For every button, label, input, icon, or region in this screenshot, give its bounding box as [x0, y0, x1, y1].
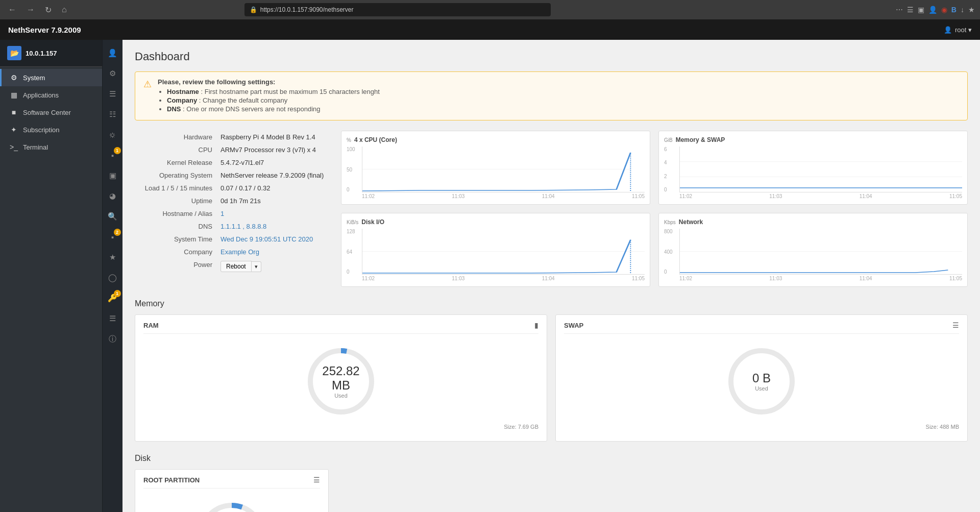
time-link[interactable]: Wed Dec 9 19:05:51 UTC 2020 — [220, 235, 313, 243]
network-chart-area — [679, 229, 962, 275]
sidebar-item-terminal[interactable]: >_ Terminal — [0, 138, 102, 156]
table-row-power: Power Reboot ▾ — [135, 258, 329, 275]
sidebar-right-icons: 👤 ⚙ ☰ ☷ ⛭ ▪ 1 ▣ ◕ 🔍 ▪ 2 ★ ◯ 🔑 1 ☰ ⓘ — [102, 40, 122, 512]
settings-icon[interactable]: ⚙ — [104, 64, 122, 83]
info-table: Hardware Raspberry Pi 4 Model B Rev 1.4 … — [135, 131, 329, 275]
disk-section-title: Disk — [135, 454, 968, 463]
load-value: 0.07 / 0.17 / 0.32 — [216, 182, 329, 194]
gear2-icon[interactable]: ⛭ — [104, 126, 122, 144]
ram-size: Size: 7.69 GB — [504, 424, 538, 430]
company-label: Company — [135, 246, 216, 258]
root-card: ROOT PARTITION ☰ 1.58 GB — [135, 469, 329, 512]
sidebar-item-subscription[interactable]: ✦ Subscription — [0, 121, 102, 138]
hardware-label: Hardware — [135, 131, 216, 143]
swap-title: SWAP — [564, 322, 583, 329]
star-icon[interactable]: ★ — [968, 6, 975, 14]
profile-icon[interactable]: 👤 — [928, 6, 937, 14]
ram-gauge: 252.82 MB Used Size: 7.69 GB — [143, 338, 538, 435]
root-icon[interactable]: ☰ — [313, 476, 320, 484]
extensions-icon[interactable]: ⋯ — [896, 6, 903, 14]
shield-icon[interactable]: ★ — [104, 248, 122, 266]
url-text: https://10.0.1.157:9090/nethserver — [260, 6, 354, 13]
network-chart-title: Network — [679, 218, 703, 226]
os-value: NethServer release 7.9.2009 (final) — [216, 169, 329, 182]
address-bar[interactable]: 🔒 https://10.0.1.157:9090/nethserver — [244, 3, 551, 16]
memory-gauge-row: RAM ▮ 252.82 MB Used — [135, 314, 968, 442]
tab-icon[interactable]: ▣ — [918, 6, 924, 14]
search-icon[interactable]: 🔍 — [104, 207, 122, 226]
back-button[interactable]: ← — [5, 3, 19, 16]
dns-value: 1.1.1.1 , 8.8.8.8 — [216, 220, 329, 233]
sidebar-item-label-terminal: Terminal — [23, 143, 48, 151]
dns-link[interactable]: 1.1.1.1 , 8.8.8.8 — [220, 223, 266, 230]
table-row-time: System Time Wed Dec 9 19:05:51 UTC 2020 — [135, 233, 329, 246]
power-label: Power — [135, 258, 216, 275]
half-circle-icon[interactable]: ◕ — [104, 187, 122, 205]
os-label: Operating System — [135, 169, 216, 182]
alert-icon: ⚠ — [143, 79, 152, 90]
sidebar-item-system[interactable]: ⚙ System — [0, 69, 102, 86]
kernel-value: 5.4.72-v7l1.el7 — [216, 156, 329, 169]
cpu-chart-title: 4 x CPU (Core) — [354, 136, 397, 143]
home-button[interactable]: ⌂ — [59, 3, 70, 16]
extension2-icon[interactable]: B — [951, 6, 957, 14]
page-title: Dashboard — [135, 50, 968, 63]
app-bar: NethServer 7.9.2009 👤 root ▾ — [0, 19, 980, 40]
refresh-button[interactable]: ↻ — [42, 3, 55, 17]
network-chart-card: Kbps Network 800 400 0 — [658, 213, 968, 287]
reboot-dropdown[interactable]: ▾ — [252, 261, 261, 272]
sidebar-nav: ⚙ System ▦ Applications ■ Software Cente… — [0, 67, 102, 512]
grid-icon[interactable]: ☷ — [104, 105, 122, 124]
time-label: System Time — [135, 233, 216, 246]
swap-gauge-svg: 0 B Used — [723, 343, 800, 420]
storage-icon[interactable]: ☰ — [104, 85, 122, 103]
app-title: NethServer 7.9.2009 — [8, 26, 81, 34]
kernel-label: Kernel Release — [135, 156, 216, 169]
reboot-button[interactable]: Reboot — [220, 261, 252, 272]
alert-item-hostname: Hostname : First hostname part must be m… — [167, 88, 380, 95]
forward-button[interactable]: → — [23, 3, 38, 16]
list-icon[interactable]: ☰ — [104, 309, 122, 328]
sidebar-item-label-system: System — [23, 74, 45, 82]
download-icon[interactable]: ↓ — [961, 6, 964, 14]
sidebar-item-applications[interactable]: ▦ Applications — [0, 86, 102, 104]
cpu-label: CPU — [135, 143, 216, 156]
hostname-link[interactable]: 1 — [220, 210, 224, 217]
monitor-icon[interactable]: ▣ — [104, 166, 122, 185]
diskio-chart-area — [362, 229, 645, 275]
info-section: Hardware Raspberry Pi 4 Model B Rev 1.4 … — [135, 131, 329, 287]
table-row-os: Operating System NethServer release 7.9.… — [135, 169, 329, 182]
info-icon[interactable]: ⓘ — [104, 330, 122, 348]
company-link[interactable]: Example Org — [220, 248, 259, 256]
diskio-chart-card: KiB/s Disk I/O 128 64 0 — [341, 213, 650, 287]
box-icon[interactable]: ▪ 1 — [104, 146, 122, 164]
swap-gauge: 0 B Used Size: 488 MB — [564, 338, 959, 435]
sidebar-server[interactable]: 📂 10.0.1.157 — [0, 40, 102, 67]
circle-icon[interactable]: ◯ — [104, 269, 122, 287]
users-icon[interactable]: 👤 — [104, 44, 122, 62]
load-label: Load 1 / 5 / 15 minutes — [135, 182, 216, 194]
bookmark-icon[interactable]: ☰ — [907, 6, 914, 14]
root-gauge-svg: 1.58 GB Used — [193, 498, 270, 512]
sidebar-item-label-subscription: Subscription — [23, 126, 60, 134]
system-icon: ⚙ — [9, 74, 19, 82]
disk-section: Disk ROOT PARTITION ☰ — [135, 454, 968, 512]
swap-size: Size: 488 MB — [926, 424, 959, 430]
user-menu[interactable]: 👤 root ▾ — [944, 26, 972, 34]
power-value: Reboot ▾ — [216, 258, 329, 275]
charts-top-row: % 4 x CPU (Core) 100 50 0 — [341, 131, 968, 205]
table-row-cpu: CPU ARMv7 Processor rev 3 (v7l) x 4 — [135, 143, 329, 156]
box-badge: 1 — [114, 147, 121, 154]
sidebar-item-software[interactable]: ■ Software Center — [0, 104, 102, 121]
shield-browser-icon[interactable]: ◉ — [941, 6, 947, 14]
reboot-btn-group: Reboot ▾ — [220, 261, 261, 272]
time-value: Wed Dec 9 19:05:51 UTC 2020 — [216, 233, 329, 246]
server-ip: 10.0.1.157 — [26, 50, 57, 57]
box2-icon[interactable]: ▪ 2 — [104, 228, 122, 246]
key-icon[interactable]: 🔑 1 — [104, 289, 122, 307]
ram-icon[interactable]: ▮ — [534, 321, 538, 329]
sidebar-combined: 📂 10.0.1.157 ⚙ System ▦ Applications ■ S… — [0, 40, 122, 512]
alert-item-company: Company : Change the default company — [167, 96, 380, 104]
swap-icon[interactable]: ☰ — [952, 321, 959, 329]
ram-label: Used — [322, 393, 360, 399]
